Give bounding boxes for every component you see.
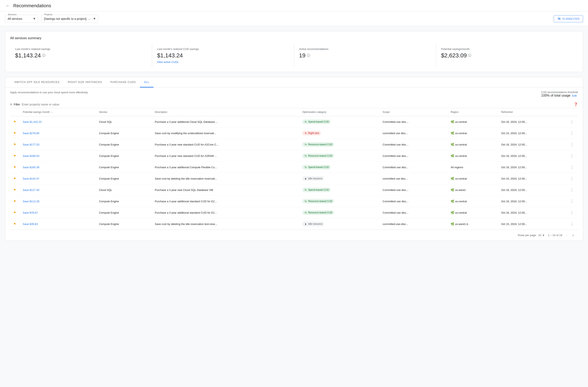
scope-cell: Committed use disc... <box>379 150 447 162</box>
more-options-button[interactable]: ⋮ <box>569 130 575 136</box>
scope-cell: Committed use disc... <box>379 162 447 173</box>
table-row: ⚑ Save $177.53 Compute Engine Purchase a… <box>10 139 578 150</box>
save-link[interactable]: Save $78.67 <box>23 211 38 214</box>
actions-cell: ⋮ <box>566 162 578 173</box>
metric-cud-savings-label: Last month's realized CUD savings <box>157 47 289 51</box>
summary-metrics: Last month's realized savings $1,143.24 … <box>10 44 578 67</box>
potential-savings-info-icon[interactable]: ⓘ <box>468 54 471 58</box>
tab-switch-off[interactable]: SWITCH OFF IDLE RESOURCES <box>10 77 64 88</box>
refreshed-cell: Oct 16, 2024, 12:00... <box>498 162 566 173</box>
scope-col-header[interactable]: Scope <box>379 108 447 116</box>
more-options-button[interactable]: ⋮ <box>569 175 575 182</box>
optimization-badge: ▮ Idle resource <box>302 222 324 226</box>
region-cell: 🌿us-central <box>451 143 494 146</box>
save-link[interactable]: Save $278.80 <box>23 132 39 135</box>
scope-cell: Committed use disc... <box>379 196 447 207</box>
region-col-header[interactable]: Region <box>447 108 498 116</box>
apply-recommendations-text: Apply recommendations to use your cloud … <box>10 91 88 94</box>
more-options-button[interactable]: ⋮ <box>569 141 575 148</box>
next-page-button[interactable]: › <box>572 232 575 238</box>
back-button[interactable]: ← <box>5 2 11 9</box>
cud-threshold-edit-link[interactable]: Edit <box>572 94 577 97</box>
savings-cell: Save $165.39 <box>20 162 96 173</box>
optimization-col-header[interactable]: Optimization category <box>299 108 379 116</box>
description-col-header[interactable]: Description <box>151 108 299 116</box>
pagination-info: 1 – 10 of 19 <box>548 234 562 237</box>
badge-icon: % <box>304 143 307 146</box>
save-link[interactable]: Save $127.30 <box>23 189 39 192</box>
save-link[interactable]: Save $112.29 <box>23 200 39 203</box>
save-link[interactable]: Save $39.83 <box>23 222 38 226</box>
badge-icon: % <box>304 188 307 192</box>
metric-active-rec-value: 19 ⓘ <box>299 52 431 59</box>
table-footer: Rows per page: 10 25 50 ▼ 1 – 10 of 19 ‹ <box>10 230 578 241</box>
flag-cell: ⚑ <box>10 139 20 150</box>
tab-purchase-cuds[interactable]: PURCHASE CUDS <box>106 77 140 88</box>
table-row: ⚑ Save $168.53 Compute Engine Purchase a… <box>10 150 578 162</box>
refreshed-cell: Oct 16, 2024, 12:00... <box>498 116 566 128</box>
projects-select[interactable]: [Savings not specific to a project], ... <box>41 15 98 23</box>
prev-page-icon: ‹ <box>566 233 567 237</box>
filter-bar: ≡ Filter ❓ <box>10 101 578 108</box>
service-col-header[interactable]: Service <box>96 108 151 116</box>
refreshed-cell: Oct 15, 2024, 12:00... <box>498 173 566 184</box>
more-options-button[interactable]: ⋮ <box>569 198 575 204</box>
services-select[interactable]: All services <box>5 15 38 23</box>
table-row: ⚑ Save $78.67 Compute Engine Purchase a … <box>10 207 578 218</box>
flag-icon: ⚑ <box>13 200 16 203</box>
more-options-button[interactable]: ⋮ <box>569 164 575 170</box>
analysis-button[interactable]: % % ANALYSIS <box>554 15 583 22</box>
tab-all[interactable]: ALL <box>140 77 153 88</box>
description-cell: Purchase a 3 year additional Cloud SQL D… <box>151 116 299 128</box>
region-cell-wrapper: 🌿us-central <box>447 150 498 162</box>
metric-realized-savings-label: Last month's realized savings <box>15 47 147 51</box>
region-cell: All regions <box>451 166 463 169</box>
rows-per-page-wrapper: 10 25 50 ▼ <box>538 234 545 237</box>
flag-icon: ⚑ <box>13 188 16 192</box>
region-icon: 🌿 <box>451 132 454 135</box>
view-active-cuds-link[interactable]: View active CUDs <box>157 60 289 64</box>
rows-per-page: Rows per page: 10 25 50 ▼ <box>518 234 545 237</box>
rows-per-page-select[interactable]: 10 25 50 <box>538 234 545 237</box>
optimization-cell: ▮ Idle resource <box>299 173 379 184</box>
service-cell: Cloud SQL <box>96 116 151 128</box>
tab-right-size[interactable]: RIGHT SIZE INSTANCES <box>64 77 106 88</box>
table-row: ⚑ Save $127.30 Cloud SQL Purchase a 3 ye… <box>10 184 578 196</box>
refreshed-cell: Oct 16, 2024, 12:00... <box>498 139 566 150</box>
scope-cell: Committed use disc... <box>379 139 447 150</box>
scope-cell: Committed use disc... <box>379 116 447 128</box>
save-link[interactable]: Save $177.53 <box>23 143 39 146</box>
flag-icon: ⚑ <box>13 222 16 226</box>
table-row: ⚑ Save $112.29 Compute Engine Purchase a… <box>10 196 578 207</box>
active-rec-info-icon[interactable]: ⓘ <box>307 54 310 58</box>
help-icon[interactable]: ❓ <box>574 102 578 106</box>
save-link[interactable]: Save $1,415.23 <box>23 120 42 123</box>
table-header-row: Apply recommendations to use your cloud … <box>10 91 578 97</box>
region-cell-wrapper: 🌿us-central <box>447 116 498 128</box>
optimization-cell: % Spend-based CUD <box>299 162 379 173</box>
more-options-button[interactable]: ⋮ <box>569 221 575 227</box>
save-link[interactable]: Save $168.53 <box>23 155 39 157</box>
optimization-badge: % Resource-based CUD <box>302 154 334 158</box>
realized-savings-info-icon[interactable]: ⓘ <box>42 54 45 58</box>
more-options-button[interactable]: ⋮ <box>569 187 575 193</box>
more-options-button[interactable]: ⋮ <box>569 119 575 125</box>
more-options-button[interactable]: ⋮ <box>569 210 575 216</box>
refreshed-col-header[interactable]: Refreshed <box>498 108 566 116</box>
service-cell: Compute Engine <box>96 218 151 230</box>
savings-col-header[interactable]: Potential savings /month ↓ <box>20 108 96 116</box>
region-cell: 🌿us-central <box>451 154 494 157</box>
prev-page-button[interactable]: ‹ <box>566 232 568 238</box>
more-options-button[interactable]: ⋮ <box>569 153 575 159</box>
save-link[interactable]: Save $142.47 <box>23 177 39 180</box>
next-page-icon: › <box>572 233 574 237</box>
optimization-badge: % Spend-based CUD <box>302 165 331 170</box>
filter-input[interactable] <box>22 103 572 106</box>
description-cell: Purchase a 3 year new standard CUD for A… <box>151 150 299 162</box>
save-link[interactable]: Save $165.39 <box>23 166 39 169</box>
savings-cell: Save $142.47 <box>20 173 96 184</box>
actions-cell: ⋮ <box>566 207 578 218</box>
recommendations-section: SWITCH OFF IDLE RESOURCES RIGHT SIZE INS… <box>5 77 583 241</box>
flag-icon: ⚑ <box>13 154 16 157</box>
optimization-cell: % Resource-based CUD <box>299 207 379 218</box>
